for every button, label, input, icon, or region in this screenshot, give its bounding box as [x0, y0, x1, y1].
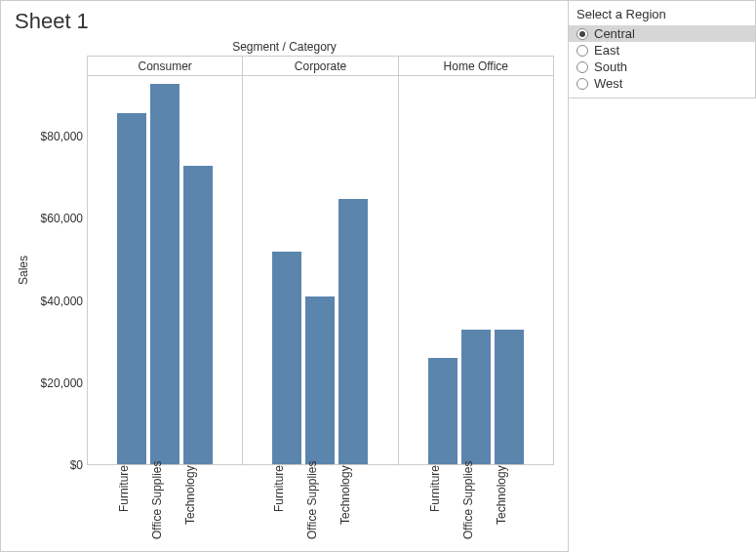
category-label[interactable]: Technology [183, 465, 213, 543]
y-tick: $20,000 [41, 376, 83, 390]
category-label[interactable]: Technology [495, 465, 524, 543]
category-label-pane: FurnitureOffice SuppliesTechnology [398, 465, 554, 543]
y-tick: $0 [70, 458, 83, 472]
segment-header[interactable]: Home Office [398, 56, 554, 75]
bar[interactable] [272, 252, 301, 464]
y-axis: Sales $80,000$60,000$40,000$20,000$0 [15, 56, 87, 543]
sheet-panel: Sheet 1 Segment / Category Sales $80,000… [0, 0, 569, 552]
region-option-label: South [594, 59, 627, 74]
category-label-pane: FurnitureOffice SuppliesTechnology [242, 465, 397, 543]
region-option-label: Central [594, 26, 635, 41]
bar[interactable] [117, 113, 146, 464]
chart-axis-header: Segment / Category [15, 40, 554, 54]
category-label-pane: FurnitureOffice SuppliesTechnology [87, 465, 242, 543]
bar[interactable] [461, 330, 491, 464]
region-option-east[interactable]: East [569, 42, 755, 59]
y-axis-ticks: $80,000$60,000$40,000$20,000$0 [30, 75, 87, 465]
region-option-south[interactable]: South [569, 59, 755, 75]
y-tick: $40,000 [41, 295, 83, 308]
side-panel: Select a Region CentralEastSouthWest [569, 0, 756, 552]
plot-pane [87, 76, 242, 464]
plot[interactable] [87, 75, 554, 465]
category-label[interactable]: Office Supplies [150, 465, 179, 543]
radio-icon [577, 45, 588, 57]
y-axis-title: Sales [15, 75, 30, 465]
y-tick: $60,000 [41, 212, 83, 225]
region-option-west[interactable]: West [569, 75, 755, 92]
radio-icon [577, 78, 588, 90]
filter-options: CentralEastSouthWest [569, 25, 755, 98]
sheet-title: Sheet 1 [15, 9, 554, 34]
region-filter-card[interactable]: Select a Region CentralEastSouthWest [569, 0, 756, 99]
filter-title: Select a Region [569, 1, 755, 25]
category-labels: FurnitureOffice SuppliesTechnologyFurnit… [87, 465, 554, 543]
bar[interactable] [495, 330, 524, 464]
bar[interactable] [150, 84, 179, 464]
bar[interactable] [183, 166, 213, 464]
region-option-central[interactable]: Central [569, 25, 755, 42]
category-label[interactable]: Furniture [117, 465, 146, 543]
plot-pane [242, 76, 397, 464]
bar[interactable] [305, 296, 335, 464]
y-tick: $80,000 [41, 130, 83, 143]
segment-header[interactable]: Consumer [87, 56, 242, 75]
bar[interactable] [338, 199, 368, 464]
region-option-label: East [594, 43, 619, 58]
chart-row: Sales $80,000$60,000$40,000$20,000$0 Con… [15, 56, 554, 543]
bar[interactable] [428, 358, 458, 464]
category-label[interactable]: Office Supplies [305, 465, 335, 543]
region-option-label: West [594, 76, 622, 91]
plot-region: ConsumerCorporateHome Office FurnitureOf… [87, 56, 554, 543]
segment-headers: ConsumerCorporateHome Office [87, 56, 554, 75]
segment-header[interactable]: Corporate [242, 56, 397, 75]
category-label[interactable]: Technology [338, 465, 368, 543]
category-label[interactable]: Furniture [272, 465, 301, 543]
radio-icon [577, 28, 588, 40]
chart-area: Segment / Category Sales $80,000$60,000$… [15, 40, 554, 543]
radio-icon [577, 61, 588, 73]
category-label[interactable]: Office Supplies [461, 465, 491, 543]
plot-pane [398, 76, 554, 464]
category-label[interactable]: Furniture [428, 465, 458, 543]
